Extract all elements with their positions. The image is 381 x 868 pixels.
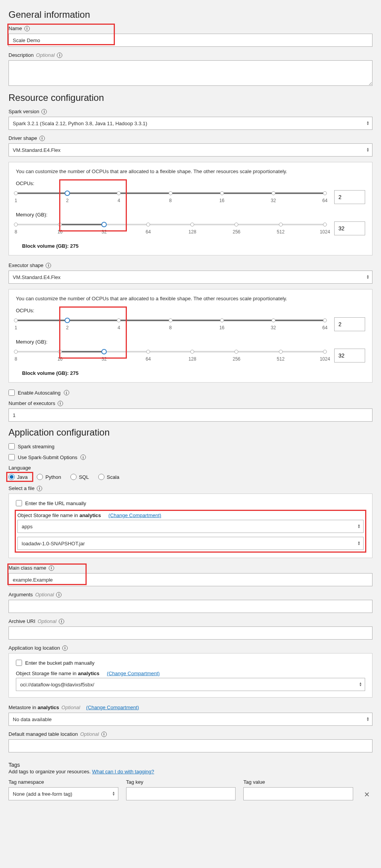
ocpu-label: OCPUs:	[16, 180, 365, 186]
section-resource-title: Resource configuration	[9, 92, 372, 103]
slider-thumb[interactable]	[101, 222, 107, 227]
memory-label: Memory (GB):	[16, 212, 365, 218]
select-file-label: Select a file	[9, 485, 34, 491]
info-icon: i	[58, 401, 63, 406]
tags-help-link[interactable]: What can I do with tagging?	[92, 769, 154, 774]
slider-thumb[interactable]	[101, 349, 107, 354]
memory-value-input[interactable]	[334, 221, 365, 235]
slider-thumb[interactable]	[65, 191, 70, 196]
tags-title: Tags	[9, 762, 372, 768]
log-bucket-select[interactable]	[16, 678, 365, 691]
driver-shape-select[interactable]	[9, 143, 372, 157]
info-icon: i	[41, 109, 47, 114]
info-icon: i	[101, 732, 107, 737]
tag-key-label: Tag key	[126, 779, 144, 785]
info-icon: i	[46, 263, 51, 268]
spark-submit-checkbox[interactable]	[9, 454, 15, 460]
ocpu-value-input[interactable]	[334, 190, 365, 204]
obj-storage-label: Object Storage file name in analytics	[16, 671, 99, 676]
chevron-updown-icon: ▲▼	[366, 717, 369, 721]
driver-shape-label: Driver shape	[9, 135, 37, 141]
language-python-radio[interactable]: Python	[37, 474, 61, 480]
name-input[interactable]	[9, 34, 372, 47]
memory-slider[interactable]	[16, 351, 325, 352]
metastore-label: Metastore in analytics	[9, 705, 59, 710]
enable-autoscaling-checkbox[interactable]	[9, 390, 15, 396]
memory-value-input[interactable]	[334, 349, 365, 363]
info-icon: i	[57, 53, 62, 58]
tag-namespace-select[interactable]	[9, 787, 118, 800]
main-class-input[interactable]	[9, 573, 372, 586]
name-label: Name	[9, 26, 22, 31]
archive-uri-label: Archive URI	[9, 618, 35, 624]
description-input[interactable]	[9, 60, 372, 86]
language-scala-radio[interactable]: Scala	[98, 474, 120, 480]
chevron-updown-icon: ▲▼	[366, 121, 369, 125]
memory-slider[interactable]	[16, 224, 325, 225]
tag-value-label: Tag value	[243, 779, 265, 785]
num-executors-label: Number of executors	[9, 400, 55, 406]
info-icon: i	[56, 592, 62, 597]
chevron-updown-icon: ▲▼	[366, 275, 369, 279]
main-class-label: Main class name	[9, 565, 46, 571]
spark-version-select[interactable]	[9, 117, 372, 130]
tag-namespace-label: Tag namespace	[9, 779, 44, 785]
enter-url-checkbox[interactable]	[16, 500, 22, 506]
enable-autoscaling-label: Enable Autoscaling	[18, 390, 61, 396]
change-compartment-link[interactable]: (Change Compartment)	[108, 512, 161, 518]
chevron-updown-icon: ▲▼	[357, 524, 360, 528]
language-sql-radio[interactable]: SQL	[70, 474, 89, 480]
enter-bucket-label: Enter the bucket path manually	[25, 660, 94, 666]
info-icon: i	[37, 486, 42, 491]
panel-description: You can customize the number of OCPUs th…	[16, 296, 365, 301]
metastore-select[interactable]	[9, 713, 372, 726]
executor-shape-panel: You can customize the number of OCPUs th…	[9, 289, 372, 383]
info-icon: i	[49, 565, 54, 571]
executor-shape-label: Executor shape	[9, 262, 43, 268]
ocpu-label: OCPUs:	[16, 308, 365, 313]
optional-label: Optional	[36, 52, 55, 58]
remove-tag-button[interactable]: ✕	[361, 789, 372, 800]
chevron-updown-icon: ▲▼	[366, 148, 369, 152]
ocpu-value-input[interactable]	[334, 317, 365, 331]
managed-table-label: Default managed table location	[9, 731, 78, 737]
tag-key-input[interactable]	[126, 787, 236, 800]
slider-thumb[interactable]	[65, 318, 70, 323]
bucket-select[interactable]	[17, 520, 364, 533]
info-icon: i	[80, 454, 86, 460]
chevron-updown-icon: ▲▼	[357, 541, 360, 545]
language-java-radio[interactable]: Java	[9, 474, 27, 480]
info-icon: i	[64, 390, 69, 395]
info-icon: i	[24, 26, 30, 31]
memory-label: Memory (GB):	[16, 339, 365, 345]
archive-uri-input[interactable]	[9, 626, 372, 640]
executor-shape-select[interactable]	[9, 271, 372, 284]
section-general-title: General information	[9, 9, 372, 20]
spark-streaming-label: Spark streaming	[18, 444, 55, 449]
chevron-updown-icon: ▲▼	[359, 682, 362, 686]
change-compartment-link[interactable]: (Change Compartment)	[107, 671, 160, 676]
arguments-input[interactable]	[9, 600, 372, 613]
info-icon: i	[62, 645, 68, 651]
ocpu-slider[interactable]	[16, 320, 325, 321]
chevron-updown-icon: ▲▼	[112, 791, 115, 796]
spark-streaming-checkbox[interactable]	[9, 443, 15, 449]
obj-storage-label: Object Storage file name in analytics	[17, 512, 101, 518]
tag-value-input[interactable]	[243, 787, 353, 800]
block-volume-label: Block volume (GB): 275	[22, 370, 365, 376]
file-select[interactable]	[17, 537, 364, 550]
description-label: Description	[9, 52, 34, 58]
panel-description: You can customize the number of OCPUs th…	[16, 168, 365, 174]
language-label: Language	[9, 465, 31, 471]
arguments-label: Arguments	[9, 592, 33, 597]
enter-url-label: Enter the file URL manually	[25, 500, 86, 506]
ocpu-slider[interactable]	[16, 192, 325, 194]
driver-shape-panel: You can customize the number of OCPUs th…	[9, 162, 372, 255]
managed-table-input	[9, 739, 372, 752]
block-volume-label: Block volume (GB): 275	[22, 243, 365, 249]
spark-submit-label: Use Spark-Submit Options	[18, 454, 77, 460]
num-executors-input[interactable]	[9, 408, 372, 422]
spark-version-label: Spark version	[9, 109, 39, 114]
enter-bucket-checkbox[interactable]	[16, 660, 22, 666]
change-compartment-link[interactable]: (Change Compartment)	[86, 705, 139, 710]
